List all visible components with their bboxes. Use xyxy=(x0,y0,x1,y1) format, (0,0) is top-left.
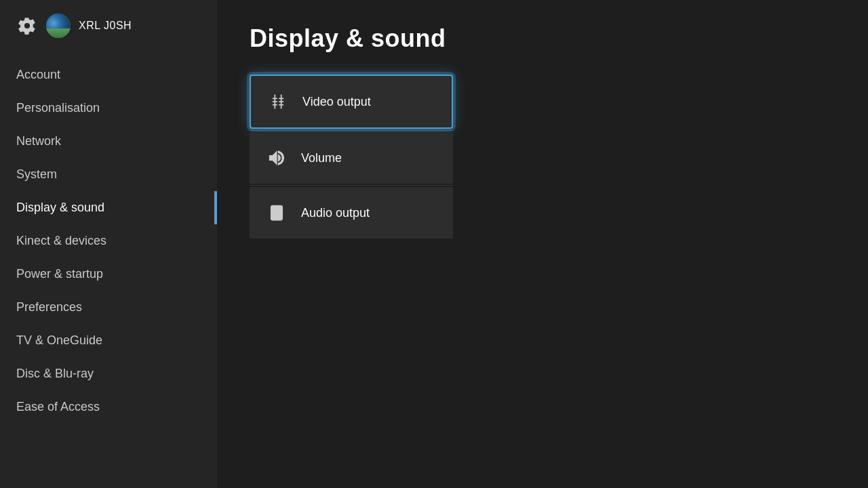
page-title: Display & sound xyxy=(250,24,835,53)
sidebar-item-network[interactable]: Network xyxy=(0,125,217,158)
volume-item[interactable]: Volume xyxy=(250,132,453,184)
gear-icon xyxy=(16,15,38,37)
sidebar-item-personalisation[interactable]: Personalisation xyxy=(0,92,217,125)
main-content: Display & sound Video output xyxy=(217,0,868,488)
sidebar-item-label-disc-bluray: Disc & Blu-ray xyxy=(16,367,94,381)
divider-2 xyxy=(250,185,453,186)
sidebar-item-label-display-sound: Display & sound xyxy=(16,201,104,215)
sidebar: XRL J0SH Account Personalisation Network… xyxy=(0,0,217,488)
sidebar-item-kinect-devices[interactable]: Kinect & devices xyxy=(0,224,217,258)
sidebar-item-ease-of-access[interactable]: Ease of Access xyxy=(0,390,217,424)
sidebar-item-label-system: System xyxy=(16,167,57,182)
sidebar-item-label-power-startup: Power & startup xyxy=(16,267,103,281)
video-output-label: Video output xyxy=(302,95,371,109)
video-output-item[interactable]: Video output xyxy=(250,75,453,129)
settings-list: Video output Volume Audio output xyxy=(250,75,453,239)
sidebar-item-label-ease-of-access: Ease of Access xyxy=(16,400,100,414)
volume-icon xyxy=(266,147,288,169)
sidebar-item-display-sound[interactable]: Display & sound xyxy=(0,191,217,224)
svg-point-10 xyxy=(275,207,278,210)
sidebar-item-tv-oneguide[interactable]: TV & OneGuide xyxy=(0,324,217,357)
sidebar-item-label-preferences: Preferences xyxy=(16,300,82,314)
volume-label: Volume xyxy=(301,151,342,165)
sidebar-nav: Account Personalisation Network System D… xyxy=(0,58,217,488)
audio-output-item[interactable]: Audio output xyxy=(250,187,453,239)
sidebar-item-label-account: Account xyxy=(16,68,60,82)
sidebar-header: XRL J0SH xyxy=(0,0,217,52)
sidebar-item-label-personalisation: Personalisation xyxy=(16,101,100,115)
svg-point-9 xyxy=(274,211,279,217)
sidebar-item-power-startup[interactable]: Power & startup xyxy=(0,258,217,291)
audio-output-icon xyxy=(266,202,288,224)
sidebar-item-preferences[interactable]: Preferences xyxy=(0,291,217,324)
active-indicator xyxy=(214,191,217,224)
video-output-icon xyxy=(267,91,289,113)
sidebar-item-label-network: Network xyxy=(16,134,61,148)
sidebar-item-system[interactable]: System xyxy=(0,158,217,191)
audio-output-label: Audio output xyxy=(301,206,370,220)
sidebar-item-account[interactable]: Account xyxy=(0,58,217,92)
sidebar-item-label-tv-oneguide: TV & OneGuide xyxy=(16,333,102,348)
sidebar-item-disc-bluray[interactable]: Disc & Blu-ray xyxy=(0,357,217,390)
sidebar-item-label-kinect-devices: Kinect & devices xyxy=(16,234,106,248)
divider-1 xyxy=(250,130,453,131)
avatar xyxy=(46,14,71,38)
username: XRL J0SH xyxy=(79,20,132,32)
